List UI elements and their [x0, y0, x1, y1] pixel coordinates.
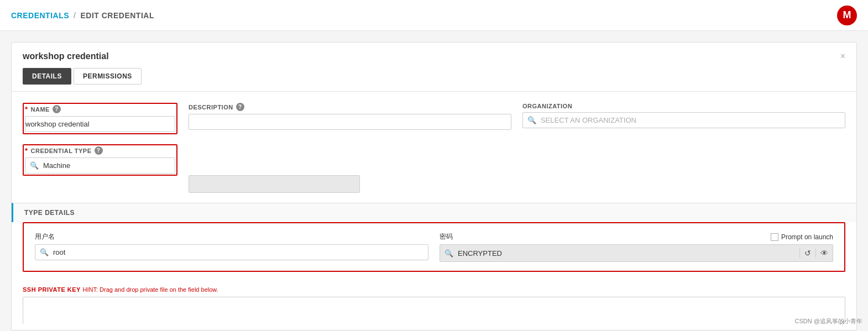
organization-input-wrapper: 🔍	[522, 112, 845, 128]
type-details-section-label: TYPE DETAILS	[12, 203, 856, 222]
ssh-key-textarea[interactable]	[23, 297, 845, 325]
description-help-icon[interactable]: ?	[236, 103, 244, 111]
username-label: 用户名	[35, 232, 428, 241]
password-reset-button[interactable]: ↺	[799, 249, 815, 258]
breadcrumb: CREDENTIALS / EDIT CREDENTIAL	[11, 11, 154, 20]
credential-type-help-icon[interactable]: ?	[95, 146, 103, 155]
organization-input[interactable]	[541, 113, 845, 128]
card-header: workshop credential ×	[12, 43, 856, 61]
name-input[interactable]	[25, 117, 175, 132]
type-form-row: 用户名 🔍 密码 Prompt on launch	[35, 232, 833, 262]
username-search-icon: 🔍	[35, 248, 53, 256]
prompt-on-launch: Prompt on launch	[771, 233, 833, 241]
tab-details[interactable]: DETAILS	[23, 68, 71, 85]
form-row-1: * NAME ? DESCRIPTION ?	[23, 103, 845, 134]
credential-type-display	[189, 175, 360, 193]
description-input-wrapper	[189, 114, 511, 130]
tab-permissions[interactable]: PERMISSIONS	[74, 68, 142, 85]
form-row-2: * CREDENTIAL TYPE ? 🔍	[23, 144, 845, 193]
password-input-wrapper: 🔍 ↺ 👁	[440, 244, 833, 262]
name-label: * NAME ?	[25, 105, 175, 113]
breadcrumb-edit-credential: EDIT CREDENTIAL	[80, 11, 154, 20]
password-label: 密码 Prompt on launch	[440, 232, 833, 241]
credential-type-label: * CREDENTIAL TYPE ?	[25, 146, 175, 155]
organization-label: ORGANIZATION	[522, 103, 845, 109]
password-reveal-button[interactable]: 👁	[815, 249, 833, 258]
credential-card: workshop credential × DETAILS PERMISSION…	[11, 42, 857, 330]
password-actions: ↺ 👁	[799, 249, 833, 258]
username-input[interactable]	[53, 245, 428, 260]
ssh-hint: HINT: Drag and drop private file on the …	[83, 286, 218, 293]
ssh-section: SSH PRIVATE KEY HINT: Drag and drop priv…	[12, 281, 856, 330]
breadcrumb-credentials-link[interactable]: CREDENTIALS	[11, 11, 69, 20]
username-group: 用户名 🔍	[35, 232, 428, 262]
description-input[interactable]	[189, 114, 511, 129]
password-search-icon: 🔍	[440, 249, 458, 258]
credential-type-input[interactable]	[43, 158, 175, 173]
form-section: * NAME ? DESCRIPTION ?	[12, 92, 856, 193]
brand-icon: M	[837, 6, 857, 25]
tab-bar: DETAILS PERMISSIONS	[12, 61, 856, 85]
name-field-wrapper: * NAME ?	[23, 103, 177, 134]
username-input-wrapper: 🔍	[35, 244, 428, 260]
description-group: DESCRIPTION ?	[189, 103, 511, 134]
organization-search-icon: 🔍	[523, 116, 541, 124]
card-title: workshop credential	[23, 51, 109, 61]
description-label: DESCRIPTION ?	[189, 103, 511, 111]
name-help-icon[interactable]: ?	[53, 105, 61, 113]
name-input-wrapper	[25, 116, 175, 132]
type-details-section: 用户名 🔍 密码 Prompt on launch	[23, 222, 845, 272]
credential-type-wrapper: * CREDENTIAL TYPE ? 🔍	[23, 144, 177, 176]
close-button[interactable]: ×	[840, 52, 845, 61]
ssh-key-textarea-wrapper	[23, 297, 845, 324]
main-content: workshop credential × DETAILS PERMISSION…	[0, 31, 868, 331]
credential-type-search-icon: 🔍	[25, 161, 43, 170]
password-input[interactable]	[458, 246, 799, 261]
prompt-on-launch-checkbox[interactable]	[771, 233, 778, 241]
breadcrumb-separator: /	[74, 11, 76, 20]
credential-type-input-wrapper: 🔍	[25, 157, 175, 174]
organization-group: ORGANIZATION 🔍	[522, 103, 845, 134]
breadcrumb-bar: CREDENTIALS / EDIT CREDENTIAL M	[0, 0, 868, 31]
password-group: 密码 Prompt on launch 🔍 ↺ 👁	[440, 232, 833, 262]
ssh-label: SSH PRIVATE KEY	[23, 286, 81, 293]
